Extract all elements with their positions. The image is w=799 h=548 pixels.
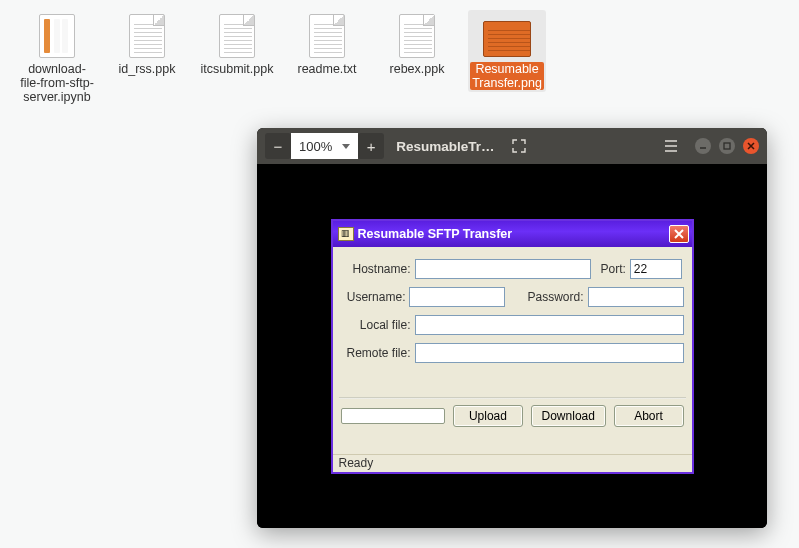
text-file-icon xyxy=(393,12,441,60)
dialog-title: Resumable SFTP Transfer xyxy=(358,227,665,241)
password-input[interactable] xyxy=(588,287,684,307)
image-thumb-icon xyxy=(483,12,531,60)
close-icon xyxy=(674,229,684,239)
file-label: id_rss.ppk xyxy=(119,62,176,76)
port-input[interactable] xyxy=(630,259,682,279)
file-item-ipynb[interactable]: download-file-from-sftp-server.ipynb xyxy=(18,10,96,106)
zoom-value: 100% xyxy=(299,139,332,154)
password-label: Password: xyxy=(527,290,583,304)
zoom-level-dropdown[interactable]: 100% xyxy=(291,133,358,159)
zoom-out-button[interactable]: − xyxy=(265,133,291,159)
zoom-group: − 100% + xyxy=(265,133,384,159)
file-label: ResumableTransfer.png xyxy=(470,62,544,90)
desktop: download-file-from-sftp-server.ipynb id_… xyxy=(0,0,799,106)
username-label: Username: xyxy=(341,290,406,304)
maximize-button[interactable] xyxy=(719,138,735,154)
zoom-in-button[interactable]: + xyxy=(358,133,384,159)
notebook-icon xyxy=(33,12,81,60)
file-label: download-file-from-sftp-server.ipynb xyxy=(20,62,94,104)
hostname-input[interactable] xyxy=(415,259,591,279)
text-file-icon xyxy=(213,12,261,60)
username-input[interactable] xyxy=(409,287,505,307)
hostname-label: Hostname: xyxy=(341,262,411,276)
remotefile-label: Remote file: xyxy=(341,346,411,360)
remotefile-input[interactable] xyxy=(415,343,684,363)
file-item-readme[interactable]: readme.txt xyxy=(288,10,366,78)
progress-bar xyxy=(341,408,445,424)
viewer-canvas[interactable]: ▥ Resumable SFTP Transfer Hostname: Port… xyxy=(257,164,767,528)
upload-button[interactable]: Upload xyxy=(453,405,523,427)
chevron-down-icon xyxy=(342,144,350,149)
dialog-button-bar: Upload Download Abort xyxy=(333,399,692,427)
close-icon xyxy=(747,142,755,150)
viewer-title: ResumableTr… xyxy=(396,139,494,154)
minimize-button[interactable] xyxy=(695,138,711,154)
file-label: rebex.ppk xyxy=(390,62,445,76)
expand-icon xyxy=(512,139,526,153)
abort-button[interactable]: Abort xyxy=(614,405,684,427)
file-item-id-rss[interactable]: id_rss.ppk xyxy=(108,10,186,78)
viewer-toolbar: − 100% + ResumableTr… xyxy=(257,128,767,164)
fullscreen-button[interactable] xyxy=(507,134,531,158)
app-icon: ▥ xyxy=(338,227,354,241)
download-button[interactable]: Download xyxy=(531,405,606,427)
text-file-icon xyxy=(123,12,171,60)
close-button[interactable] xyxy=(743,138,759,154)
dialog-body: Hostname: Port: Username: Password: Loca… xyxy=(333,247,692,454)
port-label: Port: xyxy=(601,262,626,276)
file-item-rebex[interactable]: rebex.ppk xyxy=(378,10,456,78)
sftp-dialog: ▥ Resumable SFTP Transfer Hostname: Port… xyxy=(331,219,694,474)
dialog-titlebar[interactable]: ▥ Resumable SFTP Transfer xyxy=(333,221,692,247)
window-controls xyxy=(695,138,759,154)
minimize-icon xyxy=(699,142,707,150)
file-label: readme.txt xyxy=(297,62,356,76)
status-bar: Ready xyxy=(333,454,692,472)
maximize-icon xyxy=(723,142,731,150)
localfile-label: Local file: xyxy=(341,318,411,332)
image-viewer-window: − 100% + ResumableTr… ▥ Resumable SFTP T… xyxy=(257,128,767,528)
hamburger-menu-button[interactable] xyxy=(659,134,683,158)
localfile-input[interactable] xyxy=(415,315,684,335)
svg-rect-0 xyxy=(724,143,730,149)
hamburger-icon xyxy=(664,140,678,152)
file-label: itcsubmit.ppk xyxy=(201,62,274,76)
dialog-close-button[interactable] xyxy=(669,225,689,243)
file-item-resumable-png[interactable]: ResumableTransfer.png xyxy=(468,10,546,92)
file-item-itcsubmit[interactable]: itcsubmit.ppk xyxy=(198,10,276,78)
text-file-icon xyxy=(303,12,351,60)
status-text: Ready xyxy=(339,456,374,470)
